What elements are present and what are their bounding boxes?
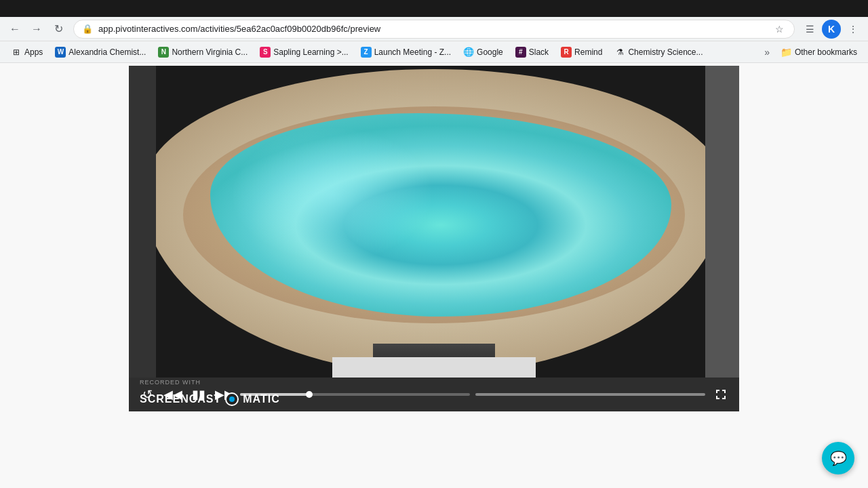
address-bar-actions: ☆ bbox=[772, 22, 786, 36]
apps-label: Apps bbox=[24, 47, 43, 57]
fullscreen-button[interactable] bbox=[711, 384, 731, 405]
slack-label: Slack bbox=[529, 47, 549, 57]
zoom-icon: Z bbox=[361, 47, 372, 58]
crystal-highlight bbox=[231, 127, 434, 262]
progress-bar-remaining[interactable] bbox=[475, 393, 705, 396]
bookmark-launch-meeting[interactable]: Z Launch Meeting - Z... bbox=[355, 44, 456, 60]
screencast-matic-text: MATIC bbox=[243, 393, 279, 405]
reading-list-button[interactable]: ☰ bbox=[800, 20, 819, 39]
bookmark-slack[interactable]: # Slack bbox=[510, 44, 554, 60]
screencast-logo: SCREENCAST MATIC bbox=[140, 392, 280, 406]
bookmark-northern-virginia[interactable]: N Northern Virginia C... bbox=[153, 44, 253, 60]
northern-virginia-label: Northern Virginia C... bbox=[172, 47, 248, 57]
back-button[interactable]: ← bbox=[5, 20, 24, 39]
top-black-bar bbox=[0, 0, 868, 17]
launch-meeting-label: Launch Meeting - Z... bbox=[374, 47, 451, 57]
video-image bbox=[129, 66, 739, 378]
bookmarks-bar: ⊞ Apps W Alexandria Chemist... N Norther… bbox=[0, 41, 868, 63]
forward-button[interactable]: → bbox=[27, 20, 46, 39]
google-icon: 🌐 bbox=[463, 47, 474, 58]
remind-label: Remind bbox=[574, 47, 602, 57]
bookmark-star-icon[interactable]: ☆ bbox=[772, 22, 786, 36]
screencast-branding: RECORDED WITH SCREENCAST MATIC bbox=[129, 387, 291, 411]
main-content: ↺ ◀◀ ▮▮ ▶▶ RECORDED WITH SCREENCAST bbox=[0, 63, 868, 488]
refresh-button[interactable]: ↻ bbox=[49, 20, 68, 39]
bookmark-google[interactable]: 🌐 Google bbox=[458, 44, 509, 60]
slack-icon: # bbox=[515, 47, 526, 58]
url-text: app.pivotinteractives.com/activities/5ea… bbox=[98, 24, 380, 34]
chemistry-label: Chemistry Science... bbox=[628, 47, 703, 57]
video-frame bbox=[129, 66, 739, 378]
google-label: Google bbox=[477, 47, 503, 57]
progress-container bbox=[240, 393, 705, 396]
fullscreen-icon bbox=[714, 388, 728, 401]
other-bookmarks-label: Other bookmarks bbox=[795, 47, 857, 57]
left-shadow bbox=[129, 66, 156, 378]
chat-button[interactable]: 💬 bbox=[822, 442, 854, 474]
bookmark-chemistry[interactable]: ⚗ Chemistry Science... bbox=[609, 44, 708, 60]
chat-icon: 💬 bbox=[830, 450, 847, 466]
white-surface bbox=[332, 357, 536, 378]
screencast-app-name: SCREENCAST bbox=[140, 393, 221, 405]
chemistry-icon: ⚗ bbox=[614, 47, 625, 58]
screencast-circle-logo bbox=[225, 392, 239, 406]
video-wrapper: ↺ ◀◀ ▮▮ ▶▶ RECORDED WITH SCREENCAST bbox=[129, 66, 739, 411]
nav-buttons: ← → ↻ bbox=[5, 20, 68, 39]
wordpress-icon: W bbox=[55, 47, 66, 58]
apps-grid-icon: ⊞ bbox=[11, 47, 22, 58]
alexandria-label: Alexandria Chemist... bbox=[68, 47, 146, 57]
remind-icon: R bbox=[561, 47, 572, 58]
bookmark-apps[interactable]: ⊞ Apps bbox=[5, 44, 48, 60]
bookmark-remind[interactable]: R Remind bbox=[555, 44, 608, 60]
address-bar[interactable]: 🔒 app.pivotinteractives.com/activities/5… bbox=[73, 20, 795, 39]
sapling-label: Sapling Learning >... bbox=[273, 47, 348, 57]
menu-button[interactable]: ⋮ bbox=[844, 20, 863, 39]
other-bookmarks[interactable]: 📁 Other bookmarks bbox=[775, 44, 863, 60]
folder-icon: 📁 bbox=[781, 47, 792, 58]
bookmarks-more-button[interactable]: » bbox=[760, 44, 774, 60]
bookmark-sapling[interactable]: S Sapling Learning >... bbox=[254, 44, 353, 60]
progress-thumb bbox=[306, 391, 313, 398]
recorded-with-text: RECORDED WITH bbox=[140, 379, 201, 386]
nv-icon: N bbox=[158, 47, 169, 58]
lock-icon: 🔒 bbox=[82, 24, 93, 34]
sapling-icon: S bbox=[260, 47, 271, 58]
screencast-dot bbox=[229, 396, 235, 402]
avatar[interactable]: K bbox=[822, 20, 841, 39]
bookmark-alexandria[interactable]: W Alexandria Chemist... bbox=[50, 44, 151, 60]
browser-toolbar: ← → ↻ 🔒 app.pivotinteractives.com/activi… bbox=[0, 17, 868, 41]
browser-actions: ☰ K ⋮ bbox=[800, 20, 863, 39]
right-shadow bbox=[705, 66, 739, 378]
